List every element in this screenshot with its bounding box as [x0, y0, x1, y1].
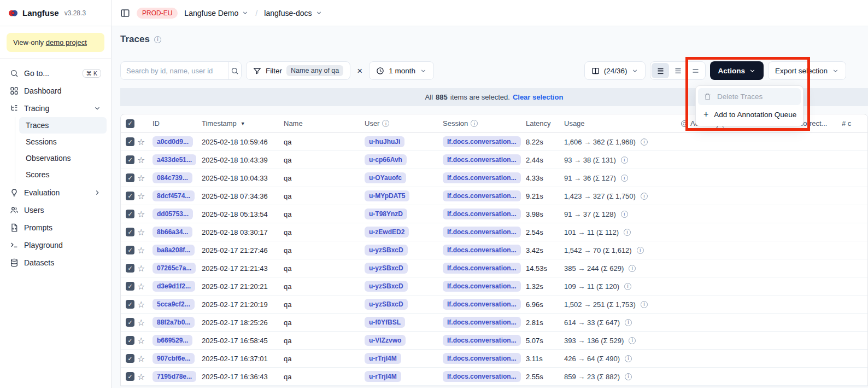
- sidebar-item-observations[interactable]: Observations: [19, 150, 107, 166]
- trace-id-badge[interactable]: 8b66a34...: [153, 227, 192, 238]
- star-icon[interactable]: ☆: [137, 137, 145, 147]
- sidebar-item-tracing[interactable]: Tracing: [4, 100, 107, 117]
- actions-button[interactable]: Actions: [710, 61, 764, 80]
- filter-button[interactable]: Filter Name any of qa: [246, 61, 350, 80]
- columns-button[interactable]: (24/36): [584, 61, 646, 80]
- row-checkbox[interactable]: ✓: [126, 228, 134, 236]
- sidebar-item-goto[interactable]: Go to... ⌘ K: [4, 65, 107, 82]
- trace-id-badge[interactable]: 88f2a7b0...: [153, 317, 195, 328]
- select-all-checkbox[interactable]: ✓: [126, 119, 134, 128]
- info-icon[interactable]: i: [641, 138, 648, 146]
- row-checkbox[interactable]: ✓: [126, 372, 134, 381]
- table-row[interactable]: ✓ ☆ 07265c7a... 2025-02-17 21:21:43 qa u…: [121, 259, 867, 277]
- column-header-timestamp[interactable]: Timestamp▼: [202, 119, 284, 128]
- row-checkbox[interactable]: ✓: [126, 155, 134, 164]
- session-badge[interactable]: lf.docs.conversation...: [443, 335, 521, 346]
- info-icon[interactable]: i: [624, 283, 631, 290]
- column-header-name[interactable]: Name: [284, 119, 365, 128]
- row-checkbox[interactable]: ✓: [126, 282, 134, 291]
- row-checkbox[interactable]: ✓: [126, 264, 134, 273]
- sidebar-toggle-icon[interactable]: [120, 8, 130, 18]
- table-row[interactable]: ✓ ☆ 88f2a7b0... 2025-02-17 18:25:26 qa u…: [121, 314, 867, 332]
- sidebar-item-users[interactable]: Users: [4, 201, 107, 219]
- session-badge[interactable]: lf.docs.conversation...: [443, 245, 521, 256]
- table-row[interactable]: ✓ ☆ ba8a208f... 2025-02-17 21:27:46 qa u…: [121, 241, 867, 259]
- star-icon[interactable]: ☆: [137, 245, 145, 256]
- row-checkbox[interactable]: ✓: [126, 354, 134, 363]
- trace-id-badge[interactable]: 7195d78e...: [153, 371, 196, 382]
- session-badge[interactable]: lf.docs.conversation...: [443, 190, 521, 201]
- table-row[interactable]: ✓ ☆ 7195d78e... 2025-02-17 16:36:43 qa u…: [121, 368, 867, 386]
- info-icon[interactable]: i: [625, 355, 632, 362]
- table-row[interactable]: ✓ ☆ d3e9d1f2... 2025-02-17 21:20:21 qa u…: [121, 277, 867, 296]
- user-badge[interactable]: u-yzSBxcD: [365, 299, 408, 310]
- info-icon[interactable]: i: [621, 157, 628, 164]
- trace-id-badge[interactable]: b669529...: [153, 335, 192, 346]
- trace-id-badge[interactable]: 5cca9cf2...: [153, 299, 195, 310]
- column-header-usage[interactable]: Usage: [564, 119, 681, 128]
- sidebar-item-dashboard[interactable]: Dashboard: [4, 82, 107, 100]
- sidebar-item-scores[interactable]: Scores: [19, 166, 107, 183]
- star-icon[interactable]: ☆: [137, 227, 145, 238]
- user-badge[interactable]: u-rTrjI4M: [365, 353, 401, 364]
- star-icon[interactable]: ☆: [137, 263, 145, 274]
- sidebar-item-evaluation[interactable]: Evaluation: [4, 184, 107, 201]
- session-badge[interactable]: lf.docs.conversation...: [443, 281, 521, 292]
- row-checkbox[interactable]: ✓: [126, 300, 134, 309]
- row-checkbox[interactable]: ✓: [126, 173, 134, 182]
- breadcrumb-project[interactable]: langfuse-docs: [264, 9, 322, 18]
- star-icon[interactable]: ☆: [137, 372, 145, 382]
- row-checkbox[interactable]: ✓: [126, 318, 134, 327]
- info-icon[interactable]: i: [625, 319, 632, 326]
- info-icon[interactable]: i: [625, 373, 632, 380]
- user-badge[interactable]: u-rTrjI4M: [365, 371, 401, 382]
- user-badge[interactable]: u-VIZzvwo: [365, 335, 406, 346]
- user-badge[interactable]: u-yzSBxcD: [365, 245, 408, 256]
- table-row[interactable]: ✓ ☆ b669529... 2025-02-17 16:58:45 qa u-…: [121, 332, 867, 350]
- search-input[interactable]: [121, 67, 228, 75]
- info-icon[interactable]: i: [624, 229, 631, 236]
- row-height-small-button[interactable]: [652, 63, 669, 78]
- table-row[interactable]: ✓ ☆ dd05753... 2025-02-18 05:13:54 qa u-…: [121, 205, 867, 223]
- user-badge[interactable]: u-zEwdED2: [365, 227, 409, 238]
- user-badge[interactable]: u-yzSBxcD: [365, 281, 408, 292]
- session-badge[interactable]: lf.docs.conversation...: [443, 154, 521, 165]
- session-badge[interactable]: lf.docs.conversation...: [443, 172, 521, 183]
- star-icon[interactable]: ☆: [137, 155, 145, 165]
- session-badge[interactable]: lf.docs.conversation...: [443, 371, 521, 382]
- export-selection-button[interactable]: Export selection: [768, 61, 846, 80]
- trace-id-badge[interactable]: 907cbf6e...: [153, 353, 195, 364]
- trace-id-badge[interactable]: a433de51...: [153, 154, 196, 165]
- trace-id-badge[interactable]: d3e9d1f2...: [153, 281, 195, 292]
- row-checkbox[interactable]: ✓: [126, 192, 134, 200]
- search-button[interactable]: [228, 62, 241, 79]
- session-badge[interactable]: lf.docs.conversation...: [443, 263, 521, 274]
- sidebar-item-sessions[interactable]: Sessions: [19, 134, 107, 150]
- table-row[interactable]: ✓ ☆ a433de51... 2025-02-18 10:43:39 qa u…: [121, 151, 867, 169]
- info-icon[interactable]: i: [629, 337, 636, 344]
- session-badge[interactable]: lf.docs.conversation...: [443, 227, 521, 238]
- column-header-latency[interactable]: Latency: [526, 119, 564, 128]
- session-badge[interactable]: lf.docs.conversation...: [443, 136, 521, 147]
- star-icon[interactable]: ☆: [137, 335, 145, 346]
- time-range-button[interactable]: 1 month: [369, 61, 434, 80]
- sidebar-item-playground[interactable]: Playground: [4, 236, 107, 254]
- row-checkbox[interactable]: ✓: [126, 246, 134, 254]
- trace-id-badge[interactable]: a0cd0d9...: [153, 136, 193, 147]
- info-icon[interactable]: i: [629, 265, 636, 272]
- demo-project-link[interactable]: demo project: [46, 38, 87, 47]
- sidebar-item-traces[interactable]: Traces: [19, 117, 107, 134]
- info-icon[interactable]: i: [637, 247, 644, 254]
- user-badge[interactable]: u-cp66Avh: [365, 154, 407, 165]
- column-header-session[interactable]: Sessioni: [443, 119, 526, 128]
- table-row[interactable]: ✓ ☆ 8dcf4574... 2025-02-18 07:34:36 qa u…: [121, 187, 867, 205]
- row-checkbox[interactable]: ✓: [126, 336, 134, 345]
- table-row[interactable]: ✓ ☆ 084c739... 2025-02-18 10:04:33 qa u-…: [121, 169, 867, 187]
- session-badge[interactable]: lf.docs.conversation...: [443, 317, 521, 328]
- table-row[interactable]: ✓ ☆ 907cbf6e... 2025-02-17 16:37:01 qa u…: [121, 350, 867, 368]
- user-badge[interactable]: u-MYpDAT5: [365, 190, 409, 201]
- session-badge[interactable]: lf.docs.conversation...: [443, 209, 521, 219]
- row-height-medium-button[interactable]: [669, 63, 687, 78]
- column-header-user[interactable]: Useri: [365, 119, 443, 128]
- row-checkbox[interactable]: ✓: [126, 210, 134, 218]
